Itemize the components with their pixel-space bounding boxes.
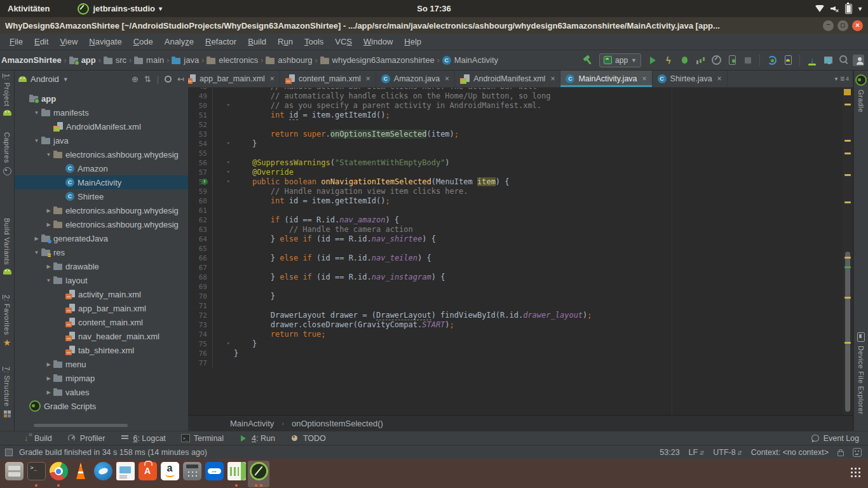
hidden-tabs-button[interactable]: ▼ ≡ 4	[834, 71, 853, 87]
debug-icon[interactable]	[677, 53, 691, 67]
tree-row-gradle-scripts[interactable]: Gradle Scripts	[15, 399, 188, 413]
play-icon[interactable]	[646, 53, 660, 67]
tree-row-values[interactable]: ▶values	[15, 385, 188, 399]
menu-code[interactable]: Code	[128, 37, 159, 46]
hide-panel-icon[interactable]: ↤	[177, 75, 184, 83]
project-view-select[interactable]: Android	[31, 74, 59, 84]
run-configuration-select[interactable]: app ▼	[599, 53, 641, 67]
crumb-whydesign63amazonshirtee[interactable]: whydesign63amazonshirtee	[320, 55, 435, 65]
code-line[interactable]: 73 drawer.closeDrawer(GravityCompat.STAR…	[188, 320, 843, 330]
dock-software[interactable]	[137, 461, 158, 487]
tree-row-electronics-ashbourg-whydesig[interactable]: ▼electronics.ashbourg.whydesig	[15, 147, 188, 161]
dock-impress[interactable]	[114, 461, 136, 487]
fold-icon[interactable]	[227, 140, 230, 147]
gear-icon[interactable]	[165, 76, 172, 83]
close-icon[interactable]: ×	[550, 74, 555, 83]
tab-shirtee-java[interactable]: Shirtee.java×	[653, 71, 728, 87]
menu-help[interactable]: Help	[398, 37, 427, 46]
tree-row-java[interactable]: ▼java	[15, 133, 188, 147]
sdk-icon[interactable]	[805, 53, 819, 67]
tree-row-mipmap[interactable]: ▶mipmap	[15, 371, 188, 385]
code-line[interactable]: 69	[188, 282, 843, 292]
dock-localc[interactable]	[226, 461, 247, 487]
code-line[interactable]: 56 @SuppressWarnings("StatementWithEmpty…	[188, 158, 843, 168]
code-line[interactable]: 74 return true;	[188, 330, 843, 339]
dock-chrome[interactable]	[48, 461, 69, 487]
search-icon[interactable]	[837, 53, 851, 67]
code-line[interactable]: 77	[188, 358, 843, 368]
inspections-profile-icon[interactable]	[853, 448, 862, 457]
menu-edit[interactable]: Edit	[29, 37, 54, 46]
tab-mainactivity-java[interactable]: MainActivity.java×	[560, 71, 652, 87]
tree-row-manifests[interactable]: ▼manifests	[15, 105, 188, 119]
override-icon[interactable]	[201, 179, 208, 185]
tree-row-electronics-ashbourg-whydesig[interactable]: ▶electronics.ashbourg.whydesig	[15, 203, 188, 217]
system-tray[interactable]: ▾	[815, 4, 868, 14]
prof-icon[interactable]	[693, 53, 707, 67]
dock-files[interactable]	[3, 461, 25, 487]
toolwindow-button-7-structure[interactable]: 7: Structure	[0, 367, 14, 417]
inspection-status-icon[interactable]	[844, 89, 851, 95]
toolwindow-build[interactable]: Build	[22, 434, 52, 443]
code-line[interactable]: 59 // Handle navigation view item clicks…	[188, 187, 843, 196]
code-line[interactable]: 50 // as you specify a parent activity i…	[188, 101, 843, 111]
tree-row-drawable[interactable]: ▶drawable	[15, 259, 188, 273]
breadcrumb-method[interactable]: onOptionsItemSelected()	[292, 419, 383, 428]
code-line[interactable]: 67	[188, 263, 843, 273]
close-icon[interactable]: ×	[270, 74, 275, 83]
app-menu[interactable]: jetbrains-studio ▾	[78, 3, 162, 15]
code-line[interactable]: 57 @Override	[188, 168, 843, 177]
avatar-icon[interactable]	[853, 55, 864, 66]
show-applications-icon[interactable]	[851, 468, 860, 477]
tree-row-app[interactable]: app	[15, 92, 188, 105]
tree-arrow-icon[interactable]: ▼	[44, 278, 53, 283]
code-line[interactable]: 66 } else if (id == R.id.nav_teilen) {	[188, 254, 843, 263]
menu-file[interactable]: File	[4, 37, 29, 46]
crumb-mainactivity[interactable]: MainActivity	[442, 55, 498, 65]
crumb-app[interactable]: app	[69, 55, 96, 65]
tree-arrow-icon[interactable]: ▶	[44, 390, 53, 395]
maximize-button[interactable]	[837, 20, 848, 31]
tree-arrow-icon[interactable]: ▼	[32, 110, 41, 116]
crumb-src[interactable]: src	[104, 55, 126, 65]
toolwindow-6-logcat[interactable]: 6: Logcat	[120, 434, 165, 443]
menu-tools[interactable]: Tools	[299, 37, 329, 46]
code-line[interactable]: 72 DrawerLayout drawer = (DrawerLayout) …	[188, 311, 843, 320]
tree-row-content-main-xml[interactable]: content_main.xml	[15, 315, 188, 329]
close-icon[interactable]: ×	[445, 74, 449, 83]
code-line[interactable]: 55	[188, 149, 843, 158]
crumb-ashbourg[interactable]: ashbourg	[266, 55, 312, 65]
fold-icon[interactable]	[227, 102, 230, 109]
minimize-button[interactable]	[823, 20, 834, 31]
scrollbar-thumb[interactable]	[845, 252, 850, 412]
menu-build[interactable]: Build	[242, 37, 272, 46]
code-line[interactable]: 65	[188, 244, 843, 254]
toolwindow-button-device-file-explorer[interactable]: Device File Explorer	[854, 332, 868, 414]
code-line[interactable]: 61	[188, 206, 843, 215]
toolwindow-toggle-icon[interactable]	[5, 449, 13, 456]
menu-vcs[interactable]: VCS	[329, 37, 358, 46]
close-icon[interactable]: ×	[642, 74, 647, 83]
line-ending-select[interactable]: LF	[689, 448, 705, 457]
hammer-icon[interactable]	[581, 53, 595, 67]
toolwindow-button-2-favorites[interactable]: 2: Favorites	[0, 295, 14, 346]
code-line[interactable]: 51 int id = item.getItemId();	[188, 111, 843, 120]
horizontal-scrollbar[interactable]	[34, 424, 128, 427]
toolwindow-todo[interactable]: TODO	[290, 434, 326, 443]
dock-vlc[interactable]	[70, 461, 92, 487]
code-area[interactable]: 48 // Handle action bar item clicks here…	[188, 88, 843, 415]
close-icon[interactable]: ×	[366, 74, 370, 83]
crumb-java[interactable]: java	[172, 55, 199, 65]
fold-icon[interactable]	[227, 340, 230, 347]
code-line[interactable]: 70 }	[188, 292, 843, 301]
menu-navigate[interactable]: Navigate	[83, 37, 127, 46]
tree-arrow-icon[interactable]: ▼	[32, 138, 41, 144]
code-line[interactable]: 76}	[188, 349, 843, 358]
menu-analyze[interactable]: Analyze	[159, 37, 200, 46]
crumb-main[interactable]: main	[134, 55, 164, 65]
sync-icon[interactable]	[765, 53, 779, 67]
tree-arrow-icon[interactable]: ▶	[44, 362, 53, 367]
tree-row-generatedjava[interactable]: ▶generatedJava	[15, 231, 188, 245]
toolwindow-button-1-project[interactable]: 1: Project	[0, 74, 14, 116]
tab-content-main-xml[interactable]: content_main.xml×	[280, 71, 376, 87]
